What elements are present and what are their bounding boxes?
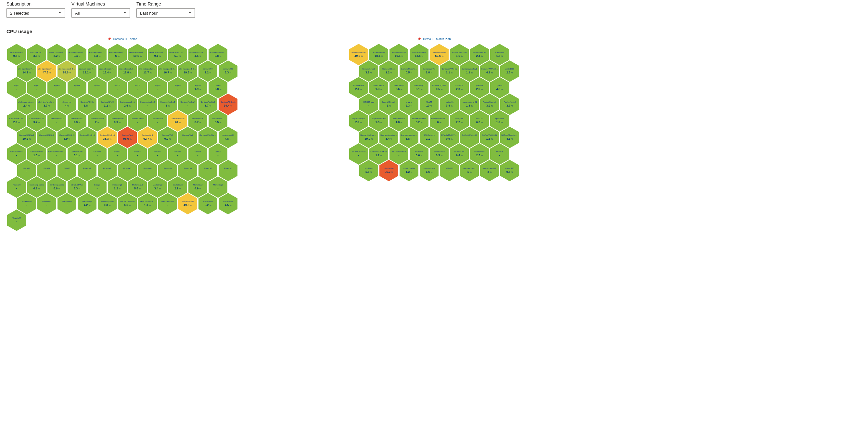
vm-name: amsvm004 [198, 68, 217, 70]
vm-name: sClrmsSof6 [450, 151, 469, 153]
vm-value: 3.2 % [416, 121, 423, 124]
filter-vms: Virtual Machines All [71, 1, 130, 18]
vm-name: ubuntuOptNw [400, 167, 418, 169]
vm-name: ad-secondary-d… [48, 51, 66, 54]
cluster-title[interactable]: 📌Demo 6 - Month Plan [417, 37, 451, 41]
vm-name: chef-automate-vm01 [17, 101, 36, 103]
vm-value: - [57, 88, 58, 91]
vm-value: 2.4 % [23, 104, 30, 107]
vm-value: 2.1 % [355, 88, 362, 91]
vm-value: 6.3 % [476, 121, 483, 124]
vm-value: - [87, 137, 88, 141]
vm-value: 1.8 % [466, 104, 473, 107]
vm-name: Marketing6 [17, 200, 36, 203]
vm-name: App04 [68, 85, 86, 87]
vm-hex-tile[interactable]: semsdmp00023 % [480, 160, 499, 181]
vm-value: - [127, 170, 128, 174]
vm-name: ShorneyNugetsub10 [379, 134, 398, 136]
vm-hex-tile[interactable]: TargetVM- [7, 210, 26, 231]
vm-name: admvmredirgs [470, 51, 489, 54]
vm-value: 0 % [437, 121, 441, 124]
vms-select[interactable]: All [71, 8, 130, 18]
vm-value: - [187, 137, 188, 141]
vm-value: 2.1 % [426, 137, 433, 141]
vm-name: MarketingLinu1 [98, 200, 117, 203]
vm-value: 4.2 % [84, 204, 91, 207]
vm-value: 9.1 % [154, 55, 161, 58]
vm-name: aks-agentpool-14131… [88, 51, 106, 54]
vm-name: ContosoReports… [400, 68, 418, 70]
vm-value: 4.1 % [506, 137, 513, 141]
vm-name: Finance3 [118, 167, 137, 169]
vm-hex-tile[interactable]: scemp1350.6 % [500, 160, 519, 181]
vm-value: 0.6 % [506, 170, 513, 174]
vm-name: Finance6 [178, 167, 197, 169]
vm-value: 4.9 % [194, 187, 202, 190]
vm-name: Marketing4 [188, 184, 207, 186]
vm-name: Marketing2 [148, 184, 167, 186]
vm-value: 0.6 % [416, 154, 423, 157]
vm-value: - [157, 88, 158, 91]
vm-value: 3.8 % [446, 104, 453, 107]
vm-name: grafana [470, 85, 489, 87]
vm-name: aks-nodepool1-8538… [118, 68, 137, 70]
timerange-select-value: Last hour [140, 11, 158, 16]
filter-bar: Subscription 2 selected Virtual Machines… [6, 1, 862, 18]
vm-hex-tile[interactable]: ubuntuOptNw1.2 % [400, 160, 418, 181]
vm-name: PopAuthAgent1 [480, 101, 499, 103]
vm-value: - [177, 154, 178, 157]
vm-value: - [26, 204, 27, 207]
vm-value: 0.7 % [194, 121, 202, 124]
vm-name: Finance7 [198, 167, 217, 169]
vm-name: sterniseVtad [430, 151, 448, 153]
vm-value: 12.7 % [143, 71, 152, 74]
vm-value: 3.3 % [225, 71, 231, 74]
vm-value: 0.3 % [104, 204, 111, 207]
vm-value: 0.5 % [215, 121, 221, 124]
vm-name: SETestWin2019 [390, 151, 408, 153]
cluster-title[interactable]: 📌Contoso IT - demo [107, 37, 137, 41]
vm-name: grafvs [490, 85, 509, 87]
vm-name: ShorneyMyContos02 [359, 134, 378, 136]
subscription-select[interactable]: 2 selected [6, 8, 65, 18]
vm-hex-tile[interactable]: ubc17ws1.3 % [359, 160, 378, 181]
vm-value: - [107, 170, 108, 174]
vm-value: 62.7 % [143, 137, 152, 141]
vm-name: SATesIVMU01VM… [440, 134, 459, 136]
filter-vms-label: Virtual Machines [71, 1, 130, 6]
vm-hex-tile[interactable]: ubuscasticsun1.6 % [420, 160, 438, 181]
vm-value: 0.2 % [164, 137, 171, 141]
vm-name: ContosoWeb2 [27, 151, 46, 153]
vm-value: 2 % [95, 121, 99, 124]
vm-name: App06 [108, 85, 127, 87]
vm-value: 3.5 % [33, 55, 40, 58]
vm-value: - [368, 104, 369, 107]
vm-name: ubc17ws [359, 167, 378, 169]
vm-name: agennum2 [490, 51, 509, 54]
vm-value: 2.9 % [175, 187, 181, 190]
vm-hex-tile[interactable]: VMVMT- [440, 160, 459, 181]
vm-value: 3.4 % [154, 187, 161, 190]
timerange-select[interactable]: Last hour [136, 8, 195, 18]
vm-name: admdemo-mysql [390, 51, 408, 54]
vm-value: 3.3 % [74, 187, 81, 190]
vm-value: 5.3 % [94, 55, 101, 58]
vm-name: Data04 [148, 151, 167, 153]
vm-value: 9.7 % [33, 121, 40, 124]
filter-timerange: Time Range Last hour [136, 1, 195, 18]
vm-value: 1.5 % [375, 121, 382, 124]
vm-value: 2.1 % [446, 71, 453, 74]
vm-value: 13.6 % [415, 55, 423, 58]
vm-value: 3.7 % [506, 104, 513, 107]
vm-value: 10.1 % [133, 55, 142, 58]
vm-hex-tile[interactable]: dumperbothn!1 % [460, 160, 479, 181]
cluster-title-text: Contoso IT - demo [113, 37, 137, 41]
vm-value: 1.8 % [396, 121, 402, 124]
vm-name: SATesIVMU0101 [480, 134, 499, 136]
vm-name: Marketing8 [58, 200, 76, 203]
vm-hex-tile[interactable]: UbntdvNbm95.2 % [379, 160, 398, 181]
vm-value: 0.3 % [436, 154, 443, 157]
vm-value: - [67, 204, 68, 207]
vm-name: amsvm005 [219, 68, 238, 70]
clusters-row: 📌Contoso IT - demoAA-Contoso-010.3 %ad-p… [6, 37, 862, 231]
